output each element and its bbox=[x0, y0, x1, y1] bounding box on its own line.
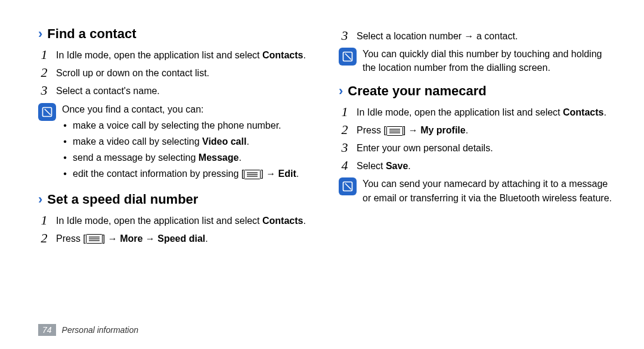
bullet-icon: • bbox=[62, 119, 68, 132]
text: Select bbox=[357, 161, 386, 171]
bullet-text: send a message by selecting Message. bbox=[73, 151, 242, 164]
step-text: In Idle mode, open the application list … bbox=[56, 48, 315, 62]
right-column: 3 Select a location number → a contact. … bbox=[339, 24, 615, 310]
text: Press [ bbox=[357, 125, 386, 135]
step-1: 1 In Idle mode, open the application lis… bbox=[38, 213, 315, 228]
text: In Idle mode, open the application list … bbox=[56, 216, 262, 226]
text: . bbox=[303, 50, 305, 60]
step-3: 3 Enter your own personal details. bbox=[339, 141, 615, 155]
menu-icon bbox=[244, 170, 261, 179]
step-text: Select a contact's name. bbox=[56, 83, 315, 98]
bullet-text: make a video call by selecting Video cal… bbox=[73, 135, 249, 148]
step-number: 1 bbox=[38, 48, 50, 62]
text: In Idle mode, open the application list … bbox=[56, 50, 262, 60]
footer-label: Personal information bbox=[62, 325, 138, 335]
bold-text: My profile bbox=[420, 125, 466, 135]
bullet-icon: • bbox=[62, 167, 68, 180]
step-4: 4 Select Save. bbox=[339, 158, 615, 173]
text: In Idle mode, open the application list … bbox=[357, 107, 563, 117]
step-1: 1 In Idle mode, open the application lis… bbox=[38, 48, 315, 62]
step-number: 1 bbox=[38, 213, 50, 228]
step-2: 2 Press [] → More → Speed dial. bbox=[38, 231, 315, 245]
text: . bbox=[603, 107, 606, 117]
bullet-icon: • bbox=[62, 151, 68, 164]
step-number: 4 bbox=[339, 158, 351, 173]
step-text: Scroll up or down on the contact list. bbox=[56, 66, 315, 80]
page-number: 74 bbox=[38, 324, 56, 336]
note-body: You can send your namecard by attaching … bbox=[363, 176, 615, 204]
text: Press [ bbox=[56, 233, 86, 244]
menu-icon bbox=[86, 234, 103, 244]
note-icon bbox=[339, 48, 357, 66]
step-text: Select Save. bbox=[357, 158, 615, 173]
note-block: You can quickly dial this number by touc… bbox=[339, 46, 615, 74]
page-footer: 74 Personal information bbox=[38, 324, 138, 336]
bullet-text: make a voice call by selecting the phone… bbox=[73, 119, 281, 132]
chevron-right-icon: › bbox=[38, 27, 42, 40]
step-2: 2 Scroll up or down on the contact list. bbox=[38, 66, 315, 80]
bullet-list: •make a voice call by selecting the phon… bbox=[62, 119, 315, 181]
step-number: 1 bbox=[339, 105, 351, 119]
step-text: In Idle mode, open the application list … bbox=[357, 105, 615, 119]
bold-text: Video call bbox=[202, 136, 246, 147]
step-text: Select a location number → a contact. bbox=[357, 29, 615, 43]
section-title: Find a contact bbox=[47, 26, 136, 42]
section-heading-namecard: › Create your namecard bbox=[339, 83, 615, 99]
bold-text: Save bbox=[386, 161, 408, 171]
bold-text: Contacts bbox=[563, 107, 603, 117]
text: . bbox=[466, 125, 468, 135]
text: . bbox=[205, 233, 208, 244]
chevron-right-icon: › bbox=[38, 193, 42, 206]
note-block: You can send your namecard by attaching … bbox=[339, 176, 615, 204]
step-number: 3 bbox=[38, 83, 50, 98]
section-heading-speed-dial: › Set a speed dial number bbox=[38, 192, 315, 207]
section-title: Set a speed dial number bbox=[47, 192, 198, 207]
step-number: 3 bbox=[339, 141, 351, 155]
page-body: › Find a contact 1 In Idle mode, open th… bbox=[0, 0, 644, 316]
note-icon bbox=[38, 103, 56, 121]
section-heading-find-contact: › Find a contact bbox=[38, 26, 315, 42]
bold-text: Edit bbox=[278, 169, 296, 179]
bullet-text: edit the contact information by pressing… bbox=[73, 167, 299, 180]
note-body: Once you find a contact, you can: •make … bbox=[62, 102, 315, 183]
text: . bbox=[239, 152, 241, 163]
left-column: › Find a contact 1 In Idle mode, open th… bbox=[38, 24, 315, 310]
text: edit the contact information by pressing… bbox=[73, 169, 244, 179]
bullet-icon: • bbox=[62, 135, 68, 148]
bullet-item: •make a video call by selecting Video ca… bbox=[62, 135, 315, 148]
step-number: 2 bbox=[339, 123, 351, 137]
text: ] → bbox=[261, 169, 278, 179]
step-text: Press [] → My profile. bbox=[357, 123, 615, 137]
step-3-cont: 3 Select a location number → a contact. bbox=[339, 29, 615, 43]
step-text: Enter your own personal details. bbox=[357, 141, 615, 155]
step-number: 2 bbox=[38, 231, 50, 245]
bold-text: Contacts bbox=[262, 216, 303, 226]
text: ] → bbox=[403, 125, 420, 135]
step-number: 3 bbox=[339, 29, 351, 43]
text: ] → bbox=[103, 233, 120, 244]
bullet-item: •send a message by selecting Message. bbox=[62, 151, 315, 164]
bold-text: Message bbox=[199, 152, 239, 163]
text: . bbox=[246, 136, 249, 147]
text: . bbox=[296, 169, 299, 179]
step-2: 2 Press [] → My profile. bbox=[339, 123, 615, 137]
text: make a video call by selecting bbox=[73, 136, 202, 147]
note-icon bbox=[339, 177, 357, 195]
bold-text: Contacts bbox=[262, 50, 303, 60]
step-number: 2 bbox=[38, 66, 50, 80]
note-body: You can quickly dial this number by touc… bbox=[363, 46, 615, 74]
bold-text: More → Speed dial bbox=[120, 233, 205, 244]
bullet-item: •make a voice call by selecting the phon… bbox=[62, 119, 315, 132]
step-text: Press [] → More → Speed dial. bbox=[56, 231, 315, 245]
chevron-right-icon: › bbox=[339, 85, 343, 98]
step-1: 1 In Idle mode, open the application lis… bbox=[339, 105, 615, 119]
note-intro: Once you find a contact, you can: bbox=[62, 102, 315, 116]
text: . bbox=[408, 161, 410, 171]
step-text: In Idle mode, open the application list … bbox=[56, 213, 315, 228]
menu-icon bbox=[386, 126, 403, 136]
text: send a message by selecting bbox=[73, 152, 199, 163]
bullet-item: •edit the contact information by pressin… bbox=[62, 167, 315, 180]
text: . bbox=[303, 216, 305, 226]
section-title: Create your namecard bbox=[348, 83, 486, 99]
note-block: Once you find a contact, you can: •make … bbox=[38, 102, 315, 183]
